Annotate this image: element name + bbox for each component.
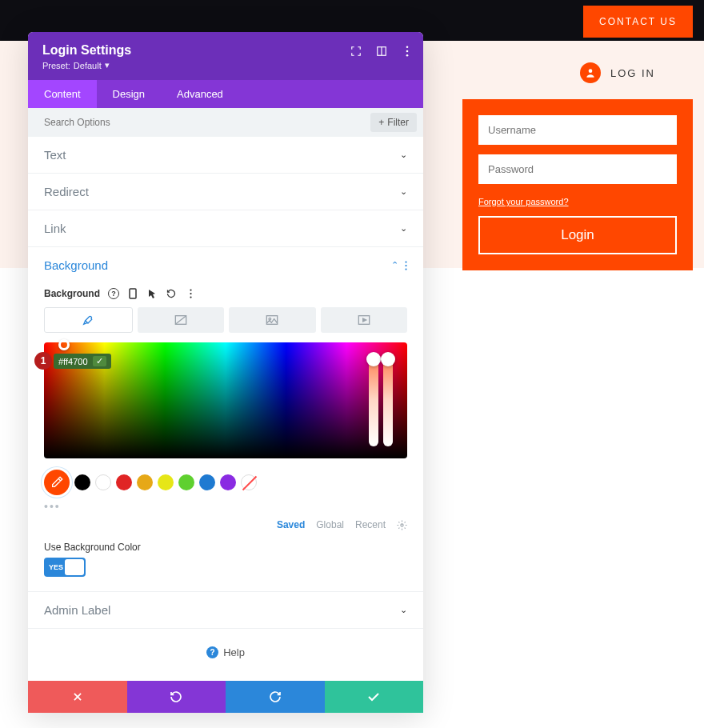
section-admin-label-title: Admin Label <box>44 603 110 617</box>
help-row[interactable]: ? Help <box>28 629 423 681</box>
svg-point-18 <box>401 523 403 526</box>
section-background-header[interactable]: Background ⌃ <box>28 247 423 277</box>
section-background-body: Background ? 1 #ff4700 ✓ <box>28 277 423 592</box>
more-vertical-icon[interactable] <box>401 45 414 58</box>
hover-icon[interactable] <box>146 288 158 299</box>
svg-point-5 <box>406 54 409 57</box>
saturation-slider[interactable] <box>369 354 378 446</box>
swatch-green[interactable] <box>178 474 194 490</box>
filter-label: Filter <box>387 117 409 128</box>
background-sublabel: Background <box>44 288 100 299</box>
swatch-red[interactable] <box>116 474 132 490</box>
swatch-transparent[interactable] <box>241 474 257 490</box>
color-picker-area[interactable]: 1 #ff4700 ✓ <box>44 342 407 458</box>
focus-icon[interactable] <box>350 45 362 58</box>
redo-button[interactable] <box>226 681 325 713</box>
svg-point-0 <box>589 69 593 73</box>
undo-button[interactable] <box>127 681 226 713</box>
svg-point-11 <box>190 293 191 294</box>
section-text[interactable]: Text ⌄ <box>28 137 423 174</box>
tab-design[interactable]: Design <box>97 80 161 108</box>
chevron-down-icon: ⌄ <box>400 150 407 160</box>
save-button[interactable] <box>325 681 424 713</box>
section-text-title: Text <box>44 148 66 162</box>
help-icon: ? <box>206 646 218 658</box>
help-label: Help <box>223 646 245 658</box>
settings-panel: Login Settings Preset: Default ▾ Content… <box>28 32 423 713</box>
toggle-knob <box>65 559 84 575</box>
login-button[interactable]: Login <box>478 216 677 254</box>
swatch-row <box>44 470 407 495</box>
section-redirect-title: Redirect <box>44 185 89 198</box>
section-link-title: Link <box>44 222 66 235</box>
login-header: LOG IN <box>580 62 655 83</box>
username-input[interactable] <box>478 115 677 145</box>
search-row: + Filter <box>28 108 423 137</box>
swatch-orange[interactable] <box>137 474 153 490</box>
section-link[interactable]: Link ⌄ <box>28 210 423 247</box>
preset-selector[interactable]: Preset: Default ▾ <box>42 60 409 70</box>
swatch-white[interactable] <box>95 474 111 490</box>
eyedropper-button[interactable] <box>44 470 70 495</box>
bg-tab-color[interactable] <box>44 307 133 333</box>
slider-handle[interactable] <box>366 352 381 366</box>
bg-tab-video[interactable] <box>321 307 408 333</box>
svg-rect-9 <box>130 289 136 298</box>
filter-button[interactable]: + Filter <box>370 113 417 132</box>
help-icon[interactable]: ? <box>108 288 119 299</box>
bg-tab-gradient[interactable] <box>138 307 225 333</box>
color-picker-handle[interactable] <box>58 339 70 350</box>
slider-handle[interactable] <box>381 352 395 366</box>
hex-value: #ff4700 <box>58 357 88 366</box>
hex-value-badge[interactable]: #ff4700 ✓ <box>54 354 111 369</box>
step-marker-1: 1 <box>34 352 52 370</box>
login-header-text: LOG IN <box>610 67 655 79</box>
chevron-down-icon: ⌄ <box>400 605 407 615</box>
preset-label: Preset: <box>42 61 70 70</box>
svg-point-10 <box>190 289 191 290</box>
discard-button[interactable] <box>28 681 127 713</box>
columns-icon[interactable] <box>375 45 388 58</box>
more-vertical-icon[interactable] <box>185 288 196 299</box>
forgot-password-link[interactable]: Forgot your password? <box>478 197 569 206</box>
tab-advanced[interactable]: Advanced <box>161 80 239 108</box>
plus-icon: + <box>378 117 384 128</box>
panel-tabs: Content Design Advanced <box>28 80 423 108</box>
svg-point-16 <box>269 318 271 320</box>
alpha-slider[interactable] <box>383 354 393 446</box>
svg-point-8 <box>405 268 406 270</box>
bg-tab-image[interactable] <box>229 307 316 333</box>
tab-content[interactable]: Content <box>28 80 97 108</box>
more-vertical-icon[interactable] <box>405 261 407 270</box>
more-horizontal-icon[interactable]: ••• <box>44 500 407 513</box>
palette-tab-global[interactable]: Global <box>316 519 344 530</box>
section-redirect[interactable]: Redirect ⌄ <box>28 174 423 210</box>
toggle-state: YES <box>49 563 63 571</box>
swatch-yellow[interactable] <box>158 474 174 490</box>
password-input[interactable] <box>478 154 677 184</box>
login-form: Forgot your password? Login <box>462 99 693 270</box>
chevron-down-icon: ▾ <box>105 60 110 70</box>
use-bg-color-toggle[interactable]: YES <box>44 558 86 577</box>
section-background-title: Background <box>44 258 108 272</box>
swatch-purple[interactable] <box>220 474 236 490</box>
contact-us-button[interactable]: CONTACT US <box>583 6 693 38</box>
check-icon[interactable]: ✓ <box>93 356 106 366</box>
svg-point-3 <box>406 46 409 48</box>
gear-icon[interactable] <box>397 520 407 530</box>
swatch-blue[interactable] <box>199 474 215 490</box>
device-icon[interactable] <box>127 288 138 299</box>
svg-rect-15 <box>267 316 278 325</box>
palette-tab-saved[interactable]: Saved <box>277 519 305 530</box>
palette-tab-recent[interactable]: Recent <box>355 519 386 530</box>
svg-point-7 <box>405 264 406 266</box>
search-input[interactable] <box>44 117 204 128</box>
section-admin-label[interactable]: Admin Label ⌄ <box>28 592 423 629</box>
chevron-down-icon: ⌄ <box>400 223 407 234</box>
svg-line-14 <box>175 316 186 325</box>
use-bg-color-label: Use Background Color <box>44 542 407 553</box>
reset-icon[interactable] <box>166 288 177 299</box>
swatch-black[interactable] <box>74 474 90 490</box>
chevron-up-icon: ⌃ <box>391 260 398 270</box>
user-icon <box>580 62 601 83</box>
